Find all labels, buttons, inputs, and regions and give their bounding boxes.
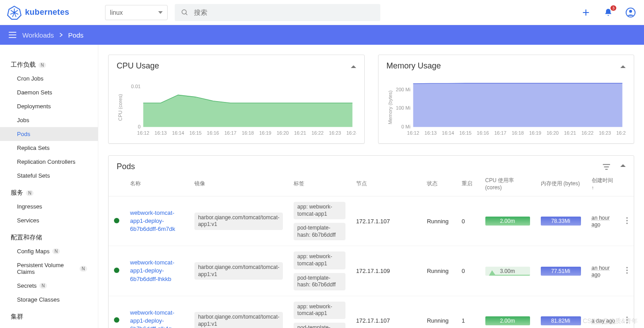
status-cell: Running <box>421 196 456 246</box>
svg-line-8 <box>11 10 14 13</box>
svg-point-63 <box>626 269 627 271</box>
pods-table: 名称镜像 标签节点 状态重启 CPU 使用率 (cores)内存使用 (byte… <box>109 172 634 328</box>
status-dot <box>114 218 119 223</box>
logo-text: kubernetes <box>25 8 69 17</box>
collapse-icon[interactable] <box>351 64 356 68</box>
sidebar-item-storage-classes[interactable]: Storage Classes <box>0 293 98 307</box>
notifications-button[interactable]: 3 <box>602 6 615 19</box>
sidebar-item-replication-controllers[interactable]: Replication Controllers <box>0 155 98 169</box>
breadcrumb-parent[interactable]: Workloads <box>22 31 54 39</box>
create-button[interactable] <box>580 6 592 19</box>
node-cell: 172.17.1.107 <box>351 196 411 246</box>
svg-text:100 Mi: 100 Mi <box>396 105 410 111</box>
sidebar-item-daemon-sets[interactable]: Daemon Sets <box>0 85 98 99</box>
search-box[interactable] <box>175 4 380 21</box>
svg-text:16:18: 16:18 <box>511 130 523 136</box>
sidebar-item-ingresses[interactable]: Ingresses <box>0 200 98 213</box>
svg-text:16:22: 16:22 <box>311 130 324 136</box>
breadcrumb-bar: Workloads Pods <box>0 25 644 45</box>
collapse-icon[interactable] <box>620 163 626 167</box>
collapse-icon[interactable] <box>620 64 626 68</box>
kebab-icon[interactable] <box>626 267 628 274</box>
svg-line-11 <box>186 13 187 15</box>
sidebar-item-cluster-role-bindings[interactable]: Cluster Role Bindings <box>0 324 98 328</box>
svg-text:16:23: 16:23 <box>329 130 341 136</box>
svg-text:16:13: 16:13 <box>155 130 167 136</box>
mem-usage: 77.51Mi <box>541 267 581 276</box>
svg-text:16:19: 16:19 <box>259 130 271 136</box>
cpu-usage: 3.00m <box>485 267 530 276</box>
pod-name-link[interactable]: webwork-tomcat-app1-deploy-6b7b6ddff-glk… <box>130 309 174 328</box>
top-actions: 3 <box>580 6 637 19</box>
table-row: webwork-tomcat-app1-deploy-6b7b6ddff-glk… <box>109 296 634 328</box>
sidebar-item-secrets[interactable]: SecretsN <box>0 279 98 293</box>
svg-text:CPU (cores): CPU (cores) <box>118 94 123 121</box>
status-dot <box>114 317 119 323</box>
cpu-usage: 2.00m <box>485 217 530 226</box>
svg-text:16:14: 16:14 <box>442 130 454 136</box>
svg-text:16:18: 16:18 <box>242 130 254 136</box>
pod-name-link[interactable]: webwork-tomcat-app1-deploy-6b7b6ddff-lhk… <box>130 259 174 282</box>
restarts-cell: 0 <box>456 196 480 246</box>
logo[interactable]: kubernetes <box>7 5 69 20</box>
image-chip: harbor.qiange.com/tomcat/tomcat-app1:v1 <box>194 213 283 230</box>
svg-text:Memory (bytes): Memory (bytes) <box>387 90 392 124</box>
svg-point-59 <box>626 220 627 221</box>
sidebar-item-deployments[interactable]: Deployments <box>0 99 98 113</box>
content: CPU Usage CPU (cores) 00.0116:1216:1316:… <box>98 45 644 328</box>
search-input[interactable] <box>194 9 374 16</box>
image-chip: harbor.qiange.com/tomcat/tomcat-app1:v1 <box>194 262 283 280</box>
svg-text:200 Mi: 200 Mi <box>396 87 410 92</box>
sidebar-item-config-maps[interactable]: Config MapsN <box>0 244 98 258</box>
sidebar-group-title[interactable]: 集群 <box>0 310 98 324</box>
kubernetes-icon <box>7 5 21 20</box>
search-icon <box>181 9 189 17</box>
svg-text:16:23: 16:23 <box>598 130 610 136</box>
watermark: CSDN @优质&青年 <box>583 317 638 325</box>
svg-point-58 <box>626 217 627 218</box>
label-chip: app: webwork-tomcat-app1 <box>294 202 345 219</box>
sidebar-group-title[interactable]: 配置和存储 <box>0 231 98 244</box>
node-cell: 172.17.1.107 <box>351 296 411 328</box>
menu-icon[interactable] <box>8 31 17 38</box>
plus-icon <box>581 8 590 17</box>
pods-card: Pods 名称镜像 标签节点 状态重启 CPU 使用率 (cores)内存使用 … <box>108 155 634 328</box>
svg-text:16:22: 16:22 <box>581 130 593 136</box>
sidebar-item-jobs[interactable]: Jobs <box>0 113 98 127</box>
sidebar-item-pods[interactable]: Pods <box>0 127 98 141</box>
svg-text:16:16: 16:16 <box>207 130 219 136</box>
sidebar-item-stateful-sets[interactable]: Stateful Sets <box>0 169 98 183</box>
svg-text:16:21: 16:21 <box>294 130 306 136</box>
sidebar-item-persistent-volume-claims[interactable]: Persistent Volume ClaimsN <box>0 258 98 279</box>
sidebar-item-services[interactable]: Services <box>0 213 98 227</box>
status-cell: Running <box>421 296 456 328</box>
sidebar-item-replica-sets[interactable]: Replica Sets <box>0 141 98 155</box>
pod-name-link[interactable]: webwork-tomcat-app1-deploy-6b7b6ddff-6m7… <box>130 209 175 232</box>
restarts-cell: 1 <box>456 296 480 328</box>
sidebar-group-title[interactable]: 工作负载N <box>0 58 98 72</box>
table-row: webwork-tomcat-app1-deploy-6b7b6ddff-6m7… <box>109 196 634 246</box>
sidebar-group-title[interactable]: 服务N <box>0 186 98 200</box>
filter-icon[interactable] <box>602 163 610 170</box>
kebab-icon[interactable] <box>626 217 628 224</box>
notification-badge: 3 <box>610 5 616 11</box>
chart-card: CPU Usage CPU (cores) 00.0116:1216:1316:… <box>108 55 365 144</box>
svg-text:16:14: 16:14 <box>172 130 184 136</box>
svg-point-15 <box>629 10 632 13</box>
namespace-select[interactable]: linux <box>105 5 168 20</box>
table-row: webwork-tomcat-app1-deploy-6b7b6ddff-lhk… <box>109 246 634 296</box>
node-cell: 172.17.1.109 <box>351 246 411 296</box>
chart-title: Memory Usage <box>387 61 441 71</box>
image-chip: harbor.qiange.com/tomcat/tomcat-app1:v1 <box>194 312 283 328</box>
sidebar-item-cron-jobs[interactable]: Cron Jobs <box>0 72 98 85</box>
created-time: an hour ago <box>592 265 610 278</box>
restarts-cell: 0 <box>456 246 480 296</box>
svg-text:16:24: 16:24 <box>616 130 626 136</box>
sidebar: 工作负载NCron JobsDaemon SetsDeploymentsJobs… <box>0 45 98 328</box>
svg-text:16:19: 16:19 <box>529 130 541 136</box>
user-button[interactable] <box>624 6 637 19</box>
svg-text:0: 0 <box>138 124 140 129</box>
label-chip: pod-template-hash: 6b7b6ddff <box>294 273 345 290</box>
chart-title: CPU Usage <box>117 61 159 71</box>
label-chip: pod-template-hash: 6b7b6ddff <box>294 223 345 240</box>
